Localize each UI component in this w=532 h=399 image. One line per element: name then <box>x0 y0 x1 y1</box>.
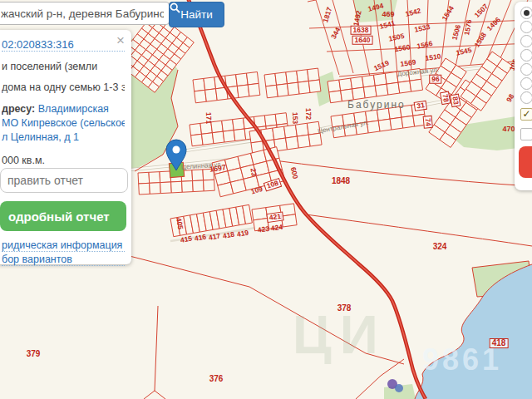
address-label: дресу: <box>2 103 35 115</box>
address-line: л Целинная, д 1 <box>2 131 125 143</box>
layer-checkbox-unchecked[interactable] <box>520 128 532 140</box>
layer-radio-5[interactable] <box>520 63 532 76</box>
address-region-link[interactable]: Владимирская <box>38 103 109 115</box>
parcel-info-panel: 02:020833:316 × и поселений (земли дома … <box>0 30 131 264</box>
red-action-button[interactable] <box>519 146 532 178</box>
layer-radio-7[interactable] <box>520 91 532 104</box>
cadastral-number-link[interactable]: 02:020833:316 <box>2 38 125 52</box>
layer-radio-4[interactable] <box>520 49 532 62</box>
detailed-report-button[interactable]: одробный отчет <box>0 201 126 231</box>
land-category-text: и поселений (земли <box>2 61 125 72</box>
layer-radio-3[interactable] <box>520 35 532 47</box>
find-button-label: Найти <box>180 8 213 21</box>
address-street-link[interactable]: л Целинная, д 1 <box>2 131 79 143</box>
layer-radio-6[interactable] <box>520 77 532 90</box>
area-text: 000 кв.м. <box>2 155 125 166</box>
search-input[interactable] <box>0 2 170 25</box>
village-label: Бабурино <box>347 99 406 111</box>
layers-panel: ✓ <box>515 2 532 190</box>
order-report-input[interactable] <box>0 168 128 193</box>
permitted-use-text: дома на одну семью 1-3 этажа <box>2 81 125 93</box>
search-icon <box>170 2 180 13</box>
legal-info-link[interactable]: ридическая информация <box>2 239 125 252</box>
layer-radio-1[interactable] <box>520 7 532 19</box>
find-button[interactable]: Найти <box>169 2 224 27</box>
address-line: дресу: Владимирская <box>2 103 125 115</box>
layer-checkbox-checked[interactable]: ✓ <box>520 108 532 121</box>
variants-link[interactable]: бор вариантов <box>2 254 125 266</box>
layer-radio-2[interactable] <box>520 21 532 33</box>
close-icon[interactable]: × <box>116 33 125 47</box>
address-line: МО Кипревское (сельское <box>2 117 125 129</box>
address-municipality-link[interactable]: МО Кипревское (сельское <box>2 117 125 129</box>
